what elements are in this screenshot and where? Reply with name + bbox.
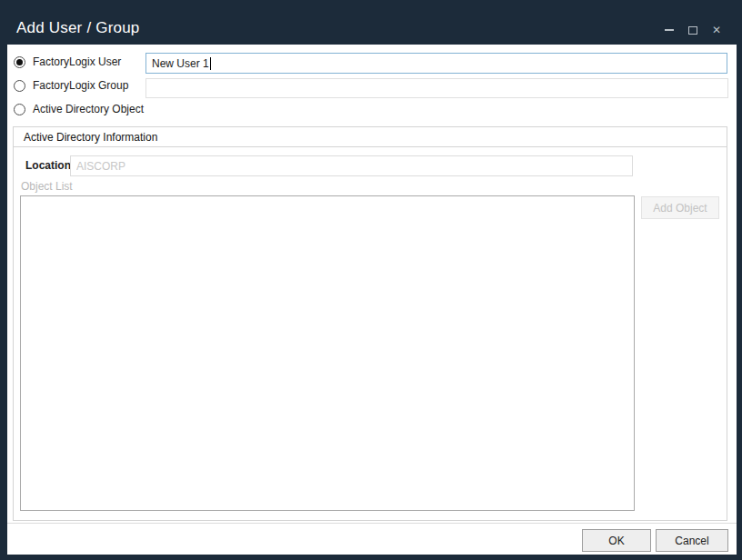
maximize-button[interactable] [687,24,698,36]
close-button[interactable]: ✕ [711,24,722,36]
ok-button[interactable]: OK [582,529,651,552]
group-name-input[interactable] [145,78,728,98]
groupbox-header: Active Directory Information [14,127,727,147]
text-caret [210,57,211,70]
user-name-value: New User 1 [152,57,209,70]
radio-button-icon[interactable] [14,104,25,115]
location-label: Location: [25,155,75,176]
radio-button-icon[interactable] [14,56,25,68]
radio-label: Active Directory Object [33,103,144,115]
radio-label: FactoryLogix Group [33,79,128,92]
radio-button-icon[interactable] [14,80,25,92]
close-icon: ✕ [712,25,721,35]
object-list-box[interactable] [20,195,635,511]
cancel-button[interactable]: Cancel [656,529,728,552]
dialog-title: Add User / Group [16,19,139,37]
title-bar[interactable]: Add User / Group ✕ [0,0,742,45]
radio-option-factorylogix-user[interactable]: FactoryLogix User [14,52,121,72]
maximize-icon [688,26,697,35]
dialog-content: FactoryLogix User FactoryLogix Group Act… [7,45,737,555]
radio-label: FactoryLogix User [33,55,121,68]
add-user-group-dialog: Add User / Group ✕ FactoryLogix User Fac… [0,0,742,560]
radio-option-active-directory-object[interactable]: Active Directory Object [14,99,144,119]
window-controls: ✕ [664,18,722,42]
radio-option-factorylogix-group[interactable]: FactoryLogix Group [14,75,128,95]
active-directory-groupbox: Active Directory Information Location: O… [13,126,727,521]
minimize-icon [665,29,674,31]
object-list-label: Object List [21,180,73,193]
user-name-input[interactable]: New User 1 [145,53,727,74]
location-input [70,155,633,176]
add-object-button[interactable]: Add Object [641,196,719,219]
minimize-button[interactable] [664,24,675,36]
